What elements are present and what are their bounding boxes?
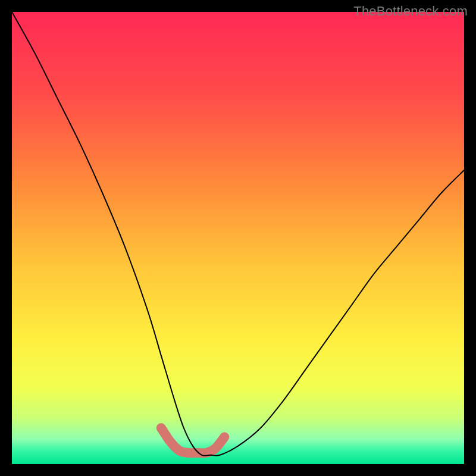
- chart-frame: TheBottleneck.com: [0, 0, 476, 476]
- chart-svg: [12, 12, 464, 464]
- gradient-background: [12, 12, 464, 464]
- watermark-text: TheBottleneck.com: [353, 4, 468, 19]
- plot-area: [12, 12, 464, 464]
